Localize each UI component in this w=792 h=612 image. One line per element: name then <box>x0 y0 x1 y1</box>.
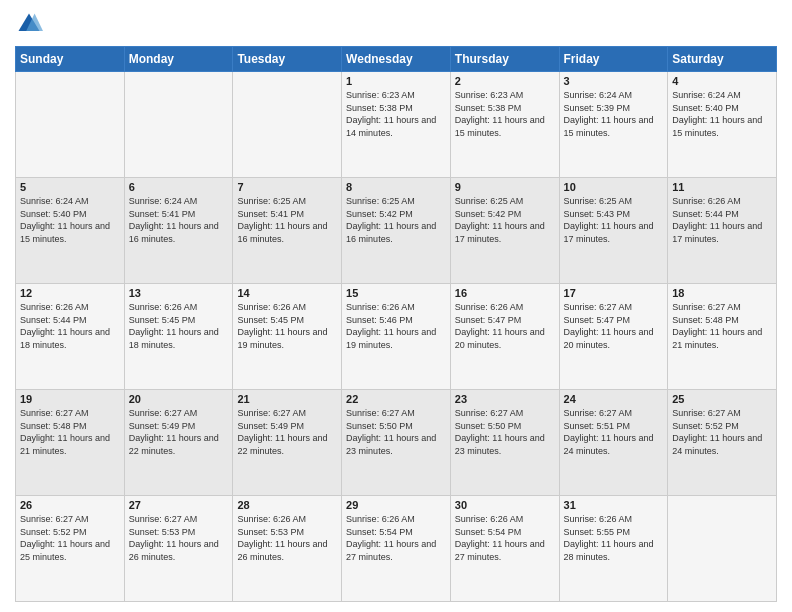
day-info: Sunrise: 6:24 AM Sunset: 5:41 PM Dayligh… <box>129 195 229 245</box>
day-info: Sunrise: 6:27 AM Sunset: 5:52 PM Dayligh… <box>672 407 772 457</box>
week-row-3: 19 Sunrise: 6:27 AM Sunset: 5:48 PM Dayl… <box>16 390 777 496</box>
day-info: Sunrise: 6:25 AM Sunset: 5:42 PM Dayligh… <box>346 195 446 245</box>
week-row-4: 26 Sunrise: 6:27 AM Sunset: 5:52 PM Dayl… <box>16 496 777 602</box>
calendar-cell: 3 Sunrise: 6:24 AM Sunset: 5:39 PM Dayli… <box>559 72 668 178</box>
day-info: Sunrise: 6:27 AM Sunset: 5:49 PM Dayligh… <box>237 407 337 457</box>
day-number: 21 <box>237 393 337 405</box>
day-info: Sunrise: 6:25 AM Sunset: 5:41 PM Dayligh… <box>237 195 337 245</box>
calendar-cell: 22 Sunrise: 6:27 AM Sunset: 5:50 PM Dayl… <box>342 390 451 496</box>
calendar-cell: 8 Sunrise: 6:25 AM Sunset: 5:42 PM Dayli… <box>342 178 451 284</box>
day-number: 18 <box>672 287 772 299</box>
day-header-friday: Friday <box>559 47 668 72</box>
calendar-cell: 10 Sunrise: 6:25 AM Sunset: 5:43 PM Dayl… <box>559 178 668 284</box>
day-header-thursday: Thursday <box>450 47 559 72</box>
calendar-cell: 5 Sunrise: 6:24 AM Sunset: 5:40 PM Dayli… <box>16 178 125 284</box>
day-number: 23 <box>455 393 555 405</box>
day-info: Sunrise: 6:27 AM Sunset: 5:52 PM Dayligh… <box>20 513 120 563</box>
day-number: 4 <box>672 75 772 87</box>
calendar-cell: 1 Sunrise: 6:23 AM Sunset: 5:38 PM Dayli… <box>342 72 451 178</box>
day-info: Sunrise: 6:27 AM Sunset: 5:48 PM Dayligh… <box>20 407 120 457</box>
day-info: Sunrise: 6:27 AM Sunset: 5:47 PM Dayligh… <box>564 301 664 351</box>
calendar-cell <box>124 72 233 178</box>
calendar-cell: 19 Sunrise: 6:27 AM Sunset: 5:48 PM Dayl… <box>16 390 125 496</box>
day-number: 24 <box>564 393 664 405</box>
day-number: 22 <box>346 393 446 405</box>
day-info: Sunrise: 6:26 AM Sunset: 5:46 PM Dayligh… <box>346 301 446 351</box>
day-info: Sunrise: 6:24 AM Sunset: 5:39 PM Dayligh… <box>564 89 664 139</box>
day-info: Sunrise: 6:23 AM Sunset: 5:38 PM Dayligh… <box>346 89 446 139</box>
calendar-cell: 26 Sunrise: 6:27 AM Sunset: 5:52 PM Dayl… <box>16 496 125 602</box>
day-header-wednesday: Wednesday <box>342 47 451 72</box>
day-number: 8 <box>346 181 446 193</box>
day-number: 28 <box>237 499 337 511</box>
day-info: Sunrise: 6:26 AM Sunset: 5:45 PM Dayligh… <box>129 301 229 351</box>
logo <box>15 10 47 38</box>
day-number: 11 <box>672 181 772 193</box>
calendar-cell: 6 Sunrise: 6:24 AM Sunset: 5:41 PM Dayli… <box>124 178 233 284</box>
calendar-cell: 21 Sunrise: 6:27 AM Sunset: 5:49 PM Dayl… <box>233 390 342 496</box>
day-number: 19 <box>20 393 120 405</box>
day-info: Sunrise: 6:25 AM Sunset: 5:42 PM Dayligh… <box>455 195 555 245</box>
calendar-cell: 2 Sunrise: 6:23 AM Sunset: 5:38 PM Dayli… <box>450 72 559 178</box>
day-info: Sunrise: 6:27 AM Sunset: 5:49 PM Dayligh… <box>129 407 229 457</box>
day-number: 12 <box>20 287 120 299</box>
calendar-cell: 16 Sunrise: 6:26 AM Sunset: 5:47 PM Dayl… <box>450 284 559 390</box>
day-number: 10 <box>564 181 664 193</box>
day-number: 15 <box>346 287 446 299</box>
calendar-cell: 13 Sunrise: 6:26 AM Sunset: 5:45 PM Dayl… <box>124 284 233 390</box>
calendar-header-row: SundayMondayTuesdayWednesdayThursdayFrid… <box>16 47 777 72</box>
day-number: 1 <box>346 75 446 87</box>
header <box>15 10 777 38</box>
calendar-cell <box>668 496 777 602</box>
day-info: Sunrise: 6:27 AM Sunset: 5:50 PM Dayligh… <box>346 407 446 457</box>
calendar-cell: 23 Sunrise: 6:27 AM Sunset: 5:50 PM Dayl… <box>450 390 559 496</box>
calendar-cell: 27 Sunrise: 6:27 AM Sunset: 5:53 PM Dayl… <box>124 496 233 602</box>
day-info: Sunrise: 6:26 AM Sunset: 5:44 PM Dayligh… <box>20 301 120 351</box>
day-number: 17 <box>564 287 664 299</box>
day-number: 30 <box>455 499 555 511</box>
day-number: 27 <box>129 499 229 511</box>
week-row-2: 12 Sunrise: 6:26 AM Sunset: 5:44 PM Dayl… <box>16 284 777 390</box>
day-number: 14 <box>237 287 337 299</box>
day-number: 2 <box>455 75 555 87</box>
day-info: Sunrise: 6:27 AM Sunset: 5:51 PM Dayligh… <box>564 407 664 457</box>
day-info: Sunrise: 6:24 AM Sunset: 5:40 PM Dayligh… <box>672 89 772 139</box>
day-info: Sunrise: 6:27 AM Sunset: 5:50 PM Dayligh… <box>455 407 555 457</box>
calendar-cell: 18 Sunrise: 6:27 AM Sunset: 5:48 PM Dayl… <box>668 284 777 390</box>
calendar-cell: 11 Sunrise: 6:26 AM Sunset: 5:44 PM Dayl… <box>668 178 777 284</box>
calendar-cell: 20 Sunrise: 6:27 AM Sunset: 5:49 PM Dayl… <box>124 390 233 496</box>
calendar-cell: 12 Sunrise: 6:26 AM Sunset: 5:44 PM Dayl… <box>16 284 125 390</box>
calendar-cell: 4 Sunrise: 6:24 AM Sunset: 5:40 PM Dayli… <box>668 72 777 178</box>
day-number: 5 <box>20 181 120 193</box>
day-number: 3 <box>564 75 664 87</box>
day-header-tuesday: Tuesday <box>233 47 342 72</box>
week-row-1: 5 Sunrise: 6:24 AM Sunset: 5:40 PM Dayli… <box>16 178 777 284</box>
calendar-cell <box>16 72 125 178</box>
day-info: Sunrise: 6:26 AM Sunset: 5:47 PM Dayligh… <box>455 301 555 351</box>
day-number: 25 <box>672 393 772 405</box>
day-number: 31 <box>564 499 664 511</box>
calendar-cell: 14 Sunrise: 6:26 AM Sunset: 5:45 PM Dayl… <box>233 284 342 390</box>
day-info: Sunrise: 6:24 AM Sunset: 5:40 PM Dayligh… <box>20 195 120 245</box>
day-info: Sunrise: 6:26 AM Sunset: 5:55 PM Dayligh… <box>564 513 664 563</box>
day-header-monday: Monday <box>124 47 233 72</box>
calendar-cell: 17 Sunrise: 6:27 AM Sunset: 5:47 PM Dayl… <box>559 284 668 390</box>
day-info: Sunrise: 6:26 AM Sunset: 5:44 PM Dayligh… <box>672 195 772 245</box>
day-number: 7 <box>237 181 337 193</box>
calendar-cell <box>233 72 342 178</box>
day-info: Sunrise: 6:27 AM Sunset: 5:53 PM Dayligh… <box>129 513 229 563</box>
calendar-cell: 7 Sunrise: 6:25 AM Sunset: 5:41 PM Dayli… <box>233 178 342 284</box>
day-info: Sunrise: 6:26 AM Sunset: 5:45 PM Dayligh… <box>237 301 337 351</box>
day-number: 29 <box>346 499 446 511</box>
day-number: 13 <box>129 287 229 299</box>
day-info: Sunrise: 6:27 AM Sunset: 5:48 PM Dayligh… <box>672 301 772 351</box>
calendar-cell: 29 Sunrise: 6:26 AM Sunset: 5:54 PM Dayl… <box>342 496 451 602</box>
calendar-cell: 28 Sunrise: 6:26 AM Sunset: 5:53 PM Dayl… <box>233 496 342 602</box>
calendar-cell: 31 Sunrise: 6:26 AM Sunset: 5:55 PM Dayl… <box>559 496 668 602</box>
day-number: 20 <box>129 393 229 405</box>
day-number: 9 <box>455 181 555 193</box>
calendar-cell: 24 Sunrise: 6:27 AM Sunset: 5:51 PM Dayl… <box>559 390 668 496</box>
day-number: 26 <box>20 499 120 511</box>
day-header-saturday: Saturday <box>668 47 777 72</box>
day-number: 16 <box>455 287 555 299</box>
